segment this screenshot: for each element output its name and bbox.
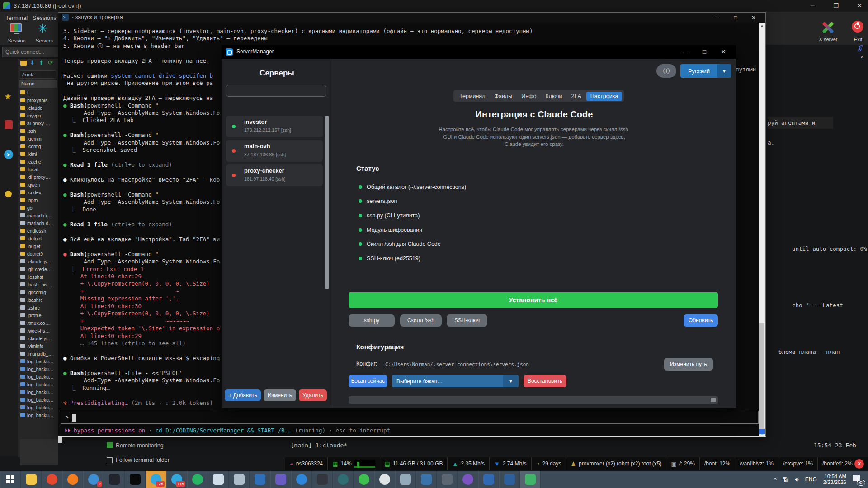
taskbar-telegram-alt[interactable]: .26 (146, 471, 166, 488)
start-button[interactable] (0, 471, 21, 488)
exit-icon[interactable] (852, 21, 863, 33)
install-sshpy-button[interactable]: ssh.py (349, 314, 395, 327)
folder-up-icon[interactable] (20, 61, 27, 66)
statusbar-close-icon[interactable]: ✕ (854, 459, 864, 469)
taskbar-purple-app[interactable] (458, 471, 478, 488)
file-row[interactable]: .bashrc (19, 296, 58, 304)
taskbar-notepad[interactable] (208, 471, 229, 488)
upload-icon[interactable]: ⬆ (39, 59, 44, 66)
sm-minimize-icon[interactable]: ─ (678, 45, 693, 59)
taskbar-slate-app[interactable] (437, 471, 458, 488)
taskbar-mail-app[interactable]: 2 (83, 471, 104, 488)
file-row[interactable]: .npm (19, 196, 58, 204)
add-server-button[interactable]: + Добавить (225, 389, 261, 401)
file-row[interactable]: .zshrc (19, 304, 58, 311)
file-row[interactable]: .bash_his… (19, 281, 58, 288)
restore-icon[interactable]: ❐ (828, 0, 844, 12)
file-row[interactable]: mariadb-d… (19, 219, 58, 227)
server-card-proxy-checker[interactable]: proxy-checker161.97.118.40 [ssh] (226, 164, 323, 186)
server-list-scrollbar[interactable] (325, 116, 329, 289)
file-row[interactable]: .wget-hs… (19, 327, 58, 334)
output-scroll-thumb[interactable] (711, 398, 716, 402)
taskbar-r-app[interactable] (478, 471, 499, 488)
telegram-panel-icon[interactable]: ➤ (4, 150, 13, 159)
menu-terminal[interactable]: Terminal (5, 14, 28, 21)
taskbar-dark-app[interactable] (312, 471, 333, 488)
tools-icon[interactable] (5, 120, 13, 129)
backup-now-button[interactable]: Бэкап сейчас (349, 375, 387, 387)
taskbar-firefox[interactable] (62, 471, 83, 488)
file-row[interactable]: .claude.js… (19, 334, 58, 342)
taskbar-proxy-tool[interactable] (104, 471, 125, 488)
server-card-investor[interactable]: investor173.212.212.157 [ssh] (226, 116, 323, 137)
file-row[interactable]: .profile (19, 311, 58, 319)
tray-clock[interactable]: 10:54 AM 2/23/2026 (823, 474, 846, 485)
file-row[interactable]: .git-crede… (19, 265, 58, 273)
minimize-icon[interactable]: ─ (805, 0, 820, 12)
taskbar-blue-app[interactable] (416, 471, 437, 488)
quick-connect-input[interactable]: Quick connect... (2, 47, 66, 57)
remote-monitoring-icon[interactable] (107, 442, 113, 448)
file-row[interactable]: .viminfo (19, 342, 58, 350)
taskbar-windows-app[interactable] (250, 471, 270, 488)
scroll-to-bottom-marker[interactable] (760, 429, 765, 434)
file-row[interactable]: log_backu… (19, 365, 58, 373)
file-row[interactable]: log_backu… (19, 380, 58, 388)
file-row[interactable]: .nuget (19, 242, 58, 250)
file-row[interactable]: .gemini (19, 135, 58, 142)
sm-maximize-icon[interactable]: □ (697, 45, 712, 59)
tab-Ключи[interactable]: Ключи (541, 92, 566, 101)
taskbar-chrome[interactable] (374, 471, 395, 488)
download-icon[interactable]: ⬇ (30, 59, 35, 66)
file-row[interactable]: .ssh (19, 127, 58, 135)
sm-close-icon[interactable]: ✕ (716, 45, 731, 59)
file-row[interactable]: log_backu… (19, 373, 58, 380)
wifi-icon[interactable]: 📶︎ (783, 476, 789, 483)
file-row[interactable]: log_backu… (19, 357, 58, 365)
taskbar-vmware[interactable] (270, 471, 291, 488)
yellow-dot-icon[interactable] (5, 191, 12, 197)
taskbar-edge[interactable] (291, 471, 312, 488)
file-row[interactable]: .cache (19, 158, 58, 165)
file-row[interactable]: .claude (19, 104, 58, 112)
file-row[interactable]: .local (19, 165, 58, 173)
collapse-chevron-icon[interactable]: ^ (861, 55, 863, 61)
file-row[interactable]: log_backu… (19, 388, 58, 396)
taskbar-teal-app[interactable] (333, 471, 354, 488)
panel-resizer[interactable] (20, 439, 58, 465)
tab-Файлы[interactable]: Файлы (491, 92, 517, 101)
taskbar-telegram[interactable]: 715 (166, 471, 187, 488)
change-path-button[interactable]: Изменить путь (664, 358, 713, 371)
tab-2FA[interactable]: 2FA (567, 92, 585, 101)
file-row[interactable]: .kimi (19, 150, 58, 158)
file-row[interactable]: ai-proxy-… (19, 119, 58, 127)
follow-terminal-folder-checkbox[interactable] (107, 457, 113, 463)
close-icon[interactable]: ✕ (852, 0, 867, 12)
file-row[interactable]: .tmux.co… (19, 319, 58, 327)
file-row[interactable]: log_backu… (19, 404, 58, 411)
server-search-input[interactable] (226, 85, 326, 97)
session-icon[interactable] (10, 23, 24, 35)
volume-icon[interactable]: 🔊︎ (795, 476, 799, 483)
terminal-scrollbar[interactable]: ▲ ▼ (759, 23, 765, 436)
language-dropdown[interactable]: Русский ▼ (680, 64, 731, 78)
file-row[interactable]: .codex (19, 188, 58, 196)
menu-sessions[interactable]: Sessions (33, 14, 57, 21)
file-row[interactable]: log_backu… (19, 411, 58, 419)
server-card-main-ovh[interactable]: main-ovh37.187.136.86 [ssh] (226, 140, 323, 162)
file-row[interactable]: .dotnet (19, 235, 58, 242)
file-row[interactable]: t... (19, 89, 58, 96)
taskbar-file-explorer[interactable] (21, 471, 42, 488)
file-list-name-header[interactable]: Name (19, 80, 57, 88)
tab-Терминал[interactable]: Терминал (455, 92, 490, 101)
install-sshkey-button[interactable]: SSH-ключ (447, 314, 487, 327)
install-skill-button[interactable]: Скилл /ssh (400, 314, 442, 327)
terminal-input-box[interactable]: > (61, 411, 759, 424)
tray-language[interactable]: ENG (805, 476, 817, 483)
scroll-up-icon[interactable]: ▲ (759, 23, 765, 29)
file-row[interactable]: .lesshst (19, 273, 58, 281)
install-all-button[interactable]: Установить всё (349, 292, 718, 308)
servers-icon[interactable]: ✳ (38, 22, 48, 36)
restore-button[interactable]: Восстановить (524, 375, 566, 387)
file-row[interactable]: mariadb-i… (19, 211, 58, 219)
